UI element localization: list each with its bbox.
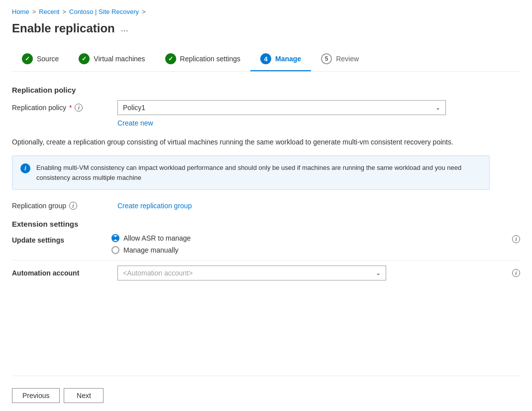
step-vm-icon: ✓ [79,53,90,64]
automation-chevron-icon: ⌄ [376,270,381,276]
bottom-divider [12,376,520,376]
step-review[interactable]: 5 Review [311,47,369,71]
replication-policy-info-icon[interactable]: i [75,104,83,112]
update-settings-row: Update settings Allow ASR to manage Mana… [12,234,520,254]
previous-button[interactable]: Previous [12,388,60,403]
extension-settings-title: Extension settings [12,220,520,228]
replication-policy-title: Replication policy [12,86,520,94]
automation-account-info-icon[interactable]: i [512,269,520,277]
step-manage-icon: 4 [260,53,271,64]
radio-allow-asr[interactable]: Allow ASR to manage [111,234,191,242]
replication-group-row: Replication group i Create replication g… [12,202,520,210]
radio-manage-manually[interactable]: Manage manually [111,246,191,254]
automation-account-row: Automation account <Automation account> … [12,260,520,280]
update-settings-options: Allow ASR to manage Manage manually i [111,234,520,254]
radio-group: Allow ASR to manage Manage manually [111,234,191,254]
replication-policy-section: Replication policy Replication policy * … [12,86,520,127]
optional-info-text: Optionally, create a replication group c… [12,137,490,147]
breadcrumb-contoso[interactable]: Contoso | Site Recovery [69,8,139,15]
automation-account-dropdown[interactable]: <Automation account> ⌄ [117,266,386,280]
replication-policy-value: Policy1 [123,104,145,112]
page-title: Enable replication [12,21,115,35]
create-replication-group-link[interactable]: Create replication group [117,202,192,210]
wizard-steps: ✓ Source ✓ Virtual machines ✓ Replicatio… [12,47,520,72]
step-manage[interactable]: 4 Manage [250,47,311,71]
replication-group-info-icon[interactable]: i [69,202,77,210]
automation-account-label: Automation account [12,269,111,277]
radio-manage-manually-label: Manage manually [123,246,179,254]
step-manage-label: Manage [275,55,301,63]
update-settings-label: Update settings [12,234,111,244]
chevron-down-icon: ⌄ [435,104,440,111]
breadcrumb-home[interactable]: Home [12,8,29,15]
replication-policy-label: Replication policy * i [12,104,111,112]
step-source-label: Source [37,55,59,63]
step-source-icon: ✓ [22,53,33,64]
step-vm-label: Virtual machines [94,55,145,63]
breadcrumb-recent[interactable]: Recent [39,8,59,15]
create-new-link[interactable]: Create new [117,119,520,127]
footer: Previous Next [12,380,520,403]
radio-manage-manually-circle [111,246,119,254]
extension-settings-section: Extension settings Update settings Allow… [12,220,520,280]
info-box-text: Enabling multi-VM consistency can impact… [36,163,481,182]
step-review-label: Review [336,55,359,63]
update-settings-info-icon[interactable]: i [512,235,520,243]
replication-group-label: Replication group i [12,202,111,210]
radio-allow-asr-circle [111,234,119,242]
breadcrumb: Home > Recent > Contoso | Site Recovery … [12,8,520,15]
replication-policy-dropdown[interactable]: Policy1 ⌄ [117,100,446,115]
next-button[interactable]: Next [64,388,104,403]
radio-allow-asr-label: Allow ASR to manage [123,234,191,242]
info-box: i Enabling multi-VM consistency can impa… [12,155,490,190]
step-virtual-machines[interactable]: ✓ Virtual machines [69,47,155,71]
step-repl-icon: ✓ [165,53,176,64]
required-star: * [69,104,72,112]
step-source[interactable]: ✓ Source [12,47,69,71]
info-box-icon: i [20,163,30,173]
step-repl-label: Replication settings [180,55,240,63]
replication-policy-row: Replication policy * i Policy1 ⌄ [12,100,520,115]
page-menu-icon[interactable]: ... [121,23,128,34]
step-review-icon: 5 [321,53,332,64]
automation-account-value: <Automation account> [123,269,193,277]
step-replication-settings[interactable]: ✓ Replication settings [155,47,250,71]
